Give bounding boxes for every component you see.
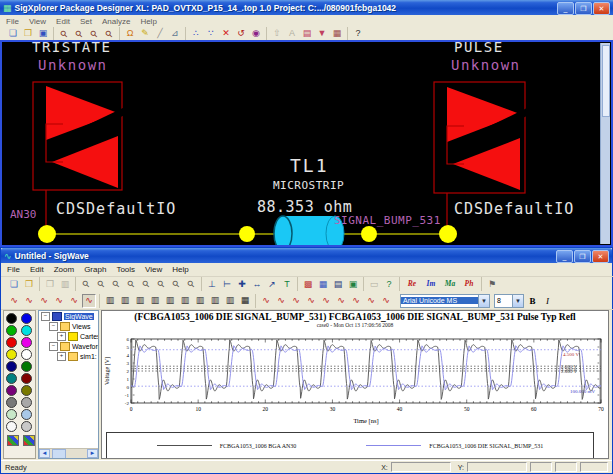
sigxplorer-titlebar[interactable]: ▦ SigXplorer Package Designer XL: PAD_OV… [0, 0, 613, 15]
delete-icon[interactable]: ✕ [219, 27, 233, 41]
color-swatch[interactable] [21, 409, 32, 420]
color-swatch[interactable] [21, 373, 32, 384]
font-size-combo[interactable]: 8 ▼ [494, 294, 524, 308]
menu-graph[interactable]: Graph [84, 265, 106, 274]
graph-check-icon[interactable]: ▩ [301, 277, 315, 291]
grid-style-5-icon[interactable]: ▥ [163, 294, 177, 308]
color-swatch[interactable] [6, 337, 17, 348]
edit-pencil-icon[interactable]: ✎ [138, 27, 152, 41]
waveform-chart[interactable]: 010203040506070-2-10123456Voltage [V]Tim… [103, 335, 609, 434]
tree-item-sigwave[interactable]: −SigWave [39, 311, 98, 321]
sigwave-minimize-button[interactable]: _ [556, 250, 573, 263]
font-family-combo[interactable]: Arial Unicode MS ▼ [400, 294, 490, 308]
grid-style-4-icon[interactable]: ▥ [148, 294, 162, 308]
color-swatch[interactable] [6, 349, 17, 360]
results-icon[interactable]: ▦ [330, 27, 344, 41]
grid-style-3-icon[interactable]: ▥ [133, 294, 147, 308]
text-label-icon[interactable]: T [280, 277, 294, 291]
node-receiver-pin[interactable] [439, 225, 457, 243]
wave-op-6-icon[interactable]: ∿ [334, 294, 348, 308]
color-swatch[interactable] [21, 397, 32, 408]
color-swatch[interactable] [6, 397, 17, 408]
color-swatch[interactable] [21, 349, 32, 360]
driver-value-label[interactable]: Unknown [38, 57, 108, 73]
grid-style-10-icon[interactable]: ▦ [238, 294, 252, 308]
close-button[interactable]: ✕ [593, 2, 610, 15]
chart-svg[interactable]: 010203040506070-2-10123456Voltage [V]Tim… [103, 335, 609, 430]
restore-button[interactable]: ❐ [575, 2, 592, 15]
help-icon[interactable]: ? [351, 27, 365, 41]
grid-style-1-icon[interactable]: ▥ [103, 294, 117, 308]
imaginary-part-button[interactable]: Im [422, 277, 440, 291]
tree-item-cartesi[interactable]: +Cartesi [39, 331, 98, 341]
connect-icon[interactable]: ∵ [204, 27, 218, 41]
tree-item-waveform-l[interactable]: −Waveform L [39, 341, 98, 351]
menu-zoom[interactable]: Zoom [54, 265, 74, 274]
menu-edit[interactable]: Edit [30, 265, 44, 274]
grid-style-2-icon[interactable]: ▥ [118, 294, 132, 308]
real-part-button[interactable]: Re [403, 277, 421, 291]
collapse-icon[interactable]: − [41, 312, 50, 321]
color-swatch[interactable] [6, 361, 17, 372]
color-swatch[interactable] [21, 361, 32, 372]
wave-op-3-icon[interactable]: ∿ [289, 294, 303, 308]
slope-marker-icon[interactable]: ↗ [265, 277, 279, 291]
sigwave-close-button[interactable]: ✕ [592, 250, 609, 263]
waveform-plot-area[interactable]: (FCBGA1053_1006 DIE SIGNAL_BUMP_531) FCB… [101, 310, 609, 459]
color-swatch[interactable] [21, 325, 32, 336]
slope-icon[interactable]: ╱ [153, 27, 167, 41]
topology-canvas[interactable]: TRISTATE Unknown PULSE Unknown TL1 MICRO… [0, 40, 613, 247]
receiver-value-label[interactable]: Unknown [451, 57, 521, 73]
report-icon[interactable]: ▤ [300, 27, 314, 41]
menu-file[interactable]: File [6, 17, 19, 26]
color-swatch[interactable] [6, 421, 17, 432]
menu-set[interactable]: Set [80, 17, 92, 26]
wave-op-1-icon[interactable]: ∿ [259, 294, 273, 308]
save-icon[interactable]: ▣ [36, 27, 50, 41]
palette-mixer-icon[interactable] [7, 435, 19, 446]
tree-horizontal-scrollbar[interactable]: ◄ ► [39, 448, 98, 458]
node-tline-left[interactable] [239, 226, 255, 242]
wave-op-9-icon[interactable]: ∿ [379, 294, 393, 308]
menu-help[interactable]: Help [140, 17, 156, 26]
grid-style-6-icon[interactable]: ▥ [178, 294, 192, 308]
menu-view[interactable]: View [29, 17, 46, 26]
node-tline-right[interactable] [361, 226, 377, 242]
scroll-left-icon[interactable]: ◄ [39, 449, 50, 458]
curve-style-5-icon[interactable]: ∿ [67, 294, 81, 308]
graph-grid-icon[interactable]: ▦ [316, 277, 330, 291]
canvas-vertical-scrollbar[interactable] [600, 43, 610, 244]
simulate-icon[interactable]: ▼ [315, 27, 329, 41]
expand-icon[interactable]: + [57, 332, 66, 341]
color-swatch[interactable] [6, 409, 17, 420]
color-swatch[interactable] [21, 337, 32, 348]
menu-help[interactable]: Help [172, 265, 188, 274]
wave-op-5-icon[interactable]: ∿ [319, 294, 333, 308]
curve-style-1-icon[interactable]: ∿ [7, 294, 21, 308]
tree-item-sim1-c[interactable]: +sim1: C [39, 351, 98, 361]
measure-icon[interactable]: ⊿ [168, 27, 182, 41]
palette-mixer-2-icon[interactable] [23, 435, 35, 446]
open-folder-icon[interactable]: ❐ [21, 27, 35, 41]
expand-icon[interactable]: + [57, 352, 66, 361]
minimize-button[interactable]: _ [557, 2, 574, 15]
sigwave-maximize-button[interactable]: ❐ [574, 250, 591, 263]
place-part-icon[interactable]: ∴ [189, 27, 203, 41]
curve-style-4-icon[interactable]: ∿ [52, 294, 66, 308]
probe-icon[interactable]: Ω [123, 27, 137, 41]
menu-analyze[interactable]: Analyze [102, 17, 130, 26]
wave-op-8-icon[interactable]: ∿ [364, 294, 378, 308]
new-file-icon[interactable]: ❏ [7, 277, 21, 291]
color-swatch[interactable] [6, 313, 17, 324]
color-swatch[interactable] [21, 421, 32, 432]
node-driver-pin[interactable] [38, 225, 56, 243]
lock-icon[interactable]: ◉ [249, 27, 263, 41]
color-swatch[interactable] [21, 385, 32, 396]
new-file-icon[interactable]: ❏ [6, 27, 20, 41]
color-swatch[interactable] [21, 313, 32, 324]
graph-window-icon[interactable]: ▣ [346, 277, 360, 291]
combo-dropdown-icon[interactable]: ▼ [478, 295, 489, 307]
marker-cross-icon[interactable]: ✚ [235, 277, 249, 291]
phase-button[interactable]: Ph [460, 277, 478, 291]
collapse-icon[interactable]: − [49, 322, 58, 331]
